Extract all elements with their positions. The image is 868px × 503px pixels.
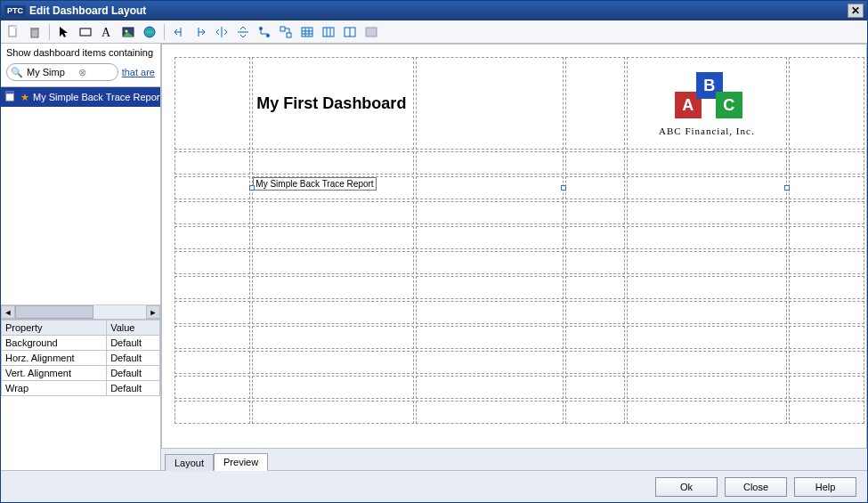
grid-cell-logo[interactable]: A B C ABC Financial, Inc.: [627, 57, 787, 150]
grid-cell[interactable]: [627, 276, 787, 299]
grid-cell[interactable]: [565, 376, 626, 399]
scroll-right-icon[interactable]: ►: [146, 305, 160, 319]
grid-cell[interactable]: [627, 376, 787, 399]
grid-cell[interactable]: [789, 151, 864, 174]
grid-cell[interactable]: [174, 376, 250, 399]
prop-row[interactable]: BackgroundDefault: [2, 336, 160, 351]
resize-handle-e[interactable]: [784, 185, 790, 191]
close-button[interactable]: Close: [725, 477, 787, 497]
items-tree[interactable]: ★ My Simple Back Trace Report: [1, 86, 160, 304]
resize-handle-m[interactable]: [561, 185, 566, 191]
grid-cell[interactable]: [789, 226, 864, 249]
grid-cell[interactable]: [565, 201, 626, 224]
grid-cell[interactable]: [789, 376, 864, 399]
grid-cell[interactable]: [252, 401, 414, 424]
grid-cell[interactable]: [252, 151, 414, 174]
grid-cell[interactable]: [565, 301, 626, 324]
grid-cell[interactable]: [416, 201, 563, 224]
grid-cell[interactable]: [565, 151, 626, 174]
grid-cell[interactable]: [252, 326, 414, 349]
grid-cell[interactable]: [252, 301, 414, 324]
search-box[interactable]: 🔍 ⊗: [6, 63, 118, 81]
grid2-icon[interactable]: [341, 23, 359, 41]
split-v-icon[interactable]: [234, 23, 252, 41]
help-button[interactable]: Help: [794, 477, 856, 497]
grid3-icon[interactable]: [320, 23, 337, 41]
grid-cell[interactable]: [174, 276, 250, 299]
scroll-thumb[interactable]: [15, 305, 93, 319]
grid-cell[interactable]: [416, 276, 563, 299]
grid-cell[interactable]: [565, 401, 626, 424]
grid-cell[interactable]: [789, 351, 864, 374]
grid-cell[interactable]: [416, 401, 563, 424]
grid-cell[interactable]: [627, 251, 787, 274]
thatare-link[interactable]: that are: [122, 67, 155, 77]
grid-cell[interactable]: [174, 401, 250, 424]
grid-cell[interactable]: [789, 176, 864, 199]
tree-item[interactable]: ★ My Simple Back Trace Report: [1, 87, 160, 107]
new-doc-icon[interactable]: [4, 23, 22, 41]
grid-cell[interactable]: [789, 401, 864, 424]
ok-button[interactable]: Ok: [655, 477, 718, 497]
grid-cell[interactable]: [174, 301, 250, 324]
grid-cell[interactable]: [789, 326, 864, 349]
grid-cell[interactable]: [565, 251, 626, 274]
grid-cell[interactable]: [174, 226, 250, 249]
window-close-button[interactable]: ✕: [848, 4, 864, 18]
grid-cell[interactable]: [416, 151, 563, 174]
grid-cell[interactable]: [416, 251, 563, 274]
grid-cell[interactable]: [789, 201, 864, 224]
grid-cell[interactable]: [174, 176, 250, 199]
grid-cell[interactable]: [174, 151, 250, 174]
grid-cell[interactable]: [416, 176, 563, 199]
grid-cell[interactable]: [252, 226, 414, 249]
grid-cell[interactable]: [565, 57, 626, 150]
grid-cell[interactable]: [789, 276, 864, 299]
grid-cell[interactable]: [565, 176, 626, 199]
grid-cell[interactable]: [416, 376, 563, 399]
rect-icon[interactable]: [77, 23, 94, 41]
grid-cell[interactable]: [174, 251, 250, 274]
text-icon[interactable]: A: [98, 23, 116, 41]
grid-cell[interactable]: [565, 276, 626, 299]
grid-cell[interactable]: [565, 351, 626, 374]
search-input[interactable]: [25, 66, 78, 78]
grid-cell[interactable]: [416, 57, 563, 150]
prop-row[interactable]: Horz. AlignmentDefault: [2, 351, 160, 366]
image-icon[interactable]: [119, 23, 137, 41]
grid-cell[interactable]: [174, 326, 250, 349]
grid-cell[interactable]: [789, 251, 864, 274]
grid-cell[interactable]: [252, 351, 414, 374]
delete-icon[interactable]: [26, 23, 44, 41]
grid-cell-selected[interactable]: My Simple Back Trace Report: [252, 176, 414, 199]
grid-cell[interactable]: [416, 301, 563, 324]
grid-cell-title[interactable]: My First Dashboard: [252, 57, 414, 150]
dashboard-grid[interactable]: My First Dashboard A B C: [173, 55, 866, 426]
globe-icon[interactable]: [141, 23, 158, 41]
prop-row[interactable]: Vert. AlignmentDefault: [2, 366, 160, 381]
grid-cell[interactable]: [174, 201, 250, 224]
scroll-left-icon[interactable]: ◄: [1, 305, 15, 319]
merge-left-icon[interactable]: [170, 23, 188, 41]
prop-row[interactable]: WrapDefault: [2, 381, 160, 396]
tab-preview[interactable]: Preview: [214, 453, 268, 471]
tree-hscroll[interactable]: ◄ ►: [1, 304, 160, 319]
merge-right-icon[interactable]: [191, 23, 209, 41]
grid-cell[interactable]: [174, 351, 250, 374]
grid-cell[interactable]: [416, 226, 563, 249]
grid-cell[interactable]: [789, 301, 864, 324]
grid-cell[interactable]: [416, 351, 563, 374]
grid-cell[interactable]: [627, 301, 787, 324]
grid-cell[interactable]: [252, 376, 414, 399]
group-icon[interactable]: [277, 23, 295, 41]
grid-cell[interactable]: [627, 351, 787, 374]
grid-cell[interactable]: [252, 276, 414, 299]
grid-cell[interactable]: [252, 201, 414, 224]
grid-cell[interactable]: [565, 326, 626, 349]
grid-cell[interactable]: [416, 326, 563, 349]
grid-cell[interactable]: [252, 251, 414, 274]
fill-icon[interactable]: [362, 23, 380, 41]
grid-cell[interactable]: [627, 201, 787, 224]
table-icon[interactable]: [298, 23, 316, 41]
grid-cell[interactable]: [627, 401, 787, 424]
